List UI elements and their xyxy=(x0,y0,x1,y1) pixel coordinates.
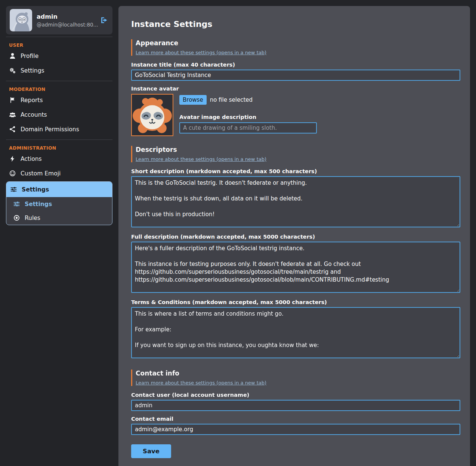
avatar-description-label: Avatar image description xyxy=(179,114,317,120)
descriptors-learn-more-link[interactable]: Learn more about these settings (opens i… xyxy=(136,156,266,162)
sliders-icon xyxy=(13,200,20,208)
section-label-administration: ADMINISTRATION xyxy=(6,142,112,151)
short-description-textarea[interactable]: This is the GoToSocial testrig. It doesn… xyxy=(131,176,460,227)
sliders-icon xyxy=(10,186,17,193)
appearance-heading: Appearance xyxy=(136,39,460,47)
short-description-field-group: Short description (markdown accepted, ma… xyxy=(131,168,460,229)
sidebar-section-moderation: MODERATION Reports xyxy=(6,81,112,140)
user-icon xyxy=(9,52,16,59)
avatar-upload-controls: Browse no file selected Avatar image des… xyxy=(179,94,317,136)
terms-textarea[interactable]: This is where a list of terms and condit… xyxy=(131,307,460,358)
app-layout: admin @admin@localhost:80... USER xyxy=(0,0,476,466)
descriptors-section-header: Descriptors Learn more about these setti… xyxy=(131,146,460,162)
sidebar-item-profile[interactable]: Profile xyxy=(6,49,112,63)
save-button[interactable]: Save xyxy=(131,444,171,458)
sidebar-section-user: USER Profile xyxy=(6,37,112,81)
user-handle: @admin@localhost:80... xyxy=(37,22,95,28)
sidebar-item-user-settings[interactable]: Settings xyxy=(6,63,112,78)
main-panel: Instance Settings Appearance Learn more … xyxy=(118,6,470,466)
terms-label: Terms & Conditions (markdown accepted, m… xyxy=(131,299,460,305)
contact-email-input[interactable] xyxy=(131,424,460,435)
instance-avatar-label: Instance avatar xyxy=(131,86,460,92)
full-description-field-group: Full description (markdown accepted, max… xyxy=(131,234,460,294)
submenu-item-label: Settings xyxy=(25,201,52,208)
appearance-learn-more-link[interactable]: Learn more about these settings (opens i… xyxy=(136,50,266,55)
user-card[interactable]: admin @admin@localhost:80... xyxy=(6,6,112,34)
sidebar-item-label: Domain Permissions xyxy=(21,126,79,133)
smiley-icon xyxy=(9,170,16,177)
dot-circle-icon xyxy=(13,214,20,221)
section-label-user: USER xyxy=(6,39,112,49)
short-description-label: Short description (markdown accepted, ma… xyxy=(131,168,460,174)
contact-section-header: Contact info Learn more about these sett… xyxy=(131,370,460,386)
sidebar-item-label: Custom Emoji xyxy=(21,170,61,177)
contact-user-field-group: Contact user (local account username) xyxy=(131,392,460,411)
sidebar-item-label: Settings xyxy=(22,186,49,193)
instance-avatar-image xyxy=(131,94,173,136)
contact-email-field-group: Contact email xyxy=(131,416,460,435)
user-card-text: admin @admin@localhost:80... xyxy=(37,13,95,28)
avatar-description-group: Avatar image description xyxy=(179,114,317,134)
contact-heading: Contact info xyxy=(136,370,460,377)
sidebar-item-actions[interactable]: Actions xyxy=(6,151,112,166)
flag-icon xyxy=(9,96,16,104)
section-label-moderation: MODERATION xyxy=(6,83,112,93)
sidebar-item-reports[interactable]: Reports xyxy=(6,93,112,107)
share-nodes-icon xyxy=(9,126,16,133)
submenu-item-settings[interactable]: Settings xyxy=(6,197,112,211)
browse-button[interactable]: Browse xyxy=(179,95,207,105)
contact-user-label: Contact user (local account username) xyxy=(131,392,460,398)
instance-avatar-field-group: Instance avatar xyxy=(131,86,460,136)
submenu-item-label: Rules xyxy=(25,215,40,221)
sidebar-item-label: Actions xyxy=(21,156,42,162)
sign-out-icon[interactable] xyxy=(100,16,109,25)
contact-learn-more-link[interactable]: Learn more about these settings (opens i… xyxy=(136,380,266,386)
gears-icon xyxy=(9,67,16,74)
sidebar-item-label: Reports xyxy=(21,97,43,104)
user-display-name: admin xyxy=(37,13,95,20)
avatar-description-input[interactable] xyxy=(179,122,317,134)
user-avatar xyxy=(10,9,32,31)
users-icon xyxy=(9,111,16,118)
sidebar-item-label: Settings xyxy=(21,67,44,74)
descriptors-heading: Descriptors xyxy=(136,146,460,153)
sidebar-item-label: Accounts xyxy=(21,111,47,118)
contact-email-label: Contact email xyxy=(131,416,460,422)
full-description-textarea[interactable]: Here's a fuller description of the GoToS… xyxy=(131,242,460,293)
page-title: Instance Settings xyxy=(131,19,460,29)
sidebar-item-admin-settings[interactable]: Settings xyxy=(6,182,112,197)
file-status-text: no file selected xyxy=(210,96,253,103)
settings-nav-group: Settings Settings xyxy=(6,181,112,225)
sidebar-item-accounts[interactable]: Accounts xyxy=(6,107,112,122)
full-description-label: Full description (markdown accepted, max… xyxy=(131,234,460,240)
instance-title-input[interactable] xyxy=(131,70,460,81)
sidebar: admin @admin@localhost:80... USER xyxy=(6,6,112,228)
submenu-item-rules[interactable]: Rules xyxy=(6,211,112,225)
settings-submenu: Settings Rules xyxy=(6,197,112,225)
appearance-section-header: Appearance Learn more about these settin… xyxy=(131,39,460,56)
contact-user-input[interactable] xyxy=(131,400,460,411)
terms-field-group: Terms & Conditions (markdown accepted, m… xyxy=(131,299,460,360)
sidebar-section-administration: ADMINISTRATION Actions xyxy=(6,140,112,228)
sidebar-item-custom-emoji[interactable]: Custom Emoji xyxy=(6,166,112,181)
sidebar-item-domain-permissions[interactable]: Domain Permissions xyxy=(6,122,112,137)
bolt-icon xyxy=(9,155,16,162)
instance-title-field-group: Instance title (max 40 characters) xyxy=(131,62,460,81)
sidebar-item-label: Profile xyxy=(21,53,38,59)
instance-title-label: Instance title (max 40 characters) xyxy=(131,62,460,68)
